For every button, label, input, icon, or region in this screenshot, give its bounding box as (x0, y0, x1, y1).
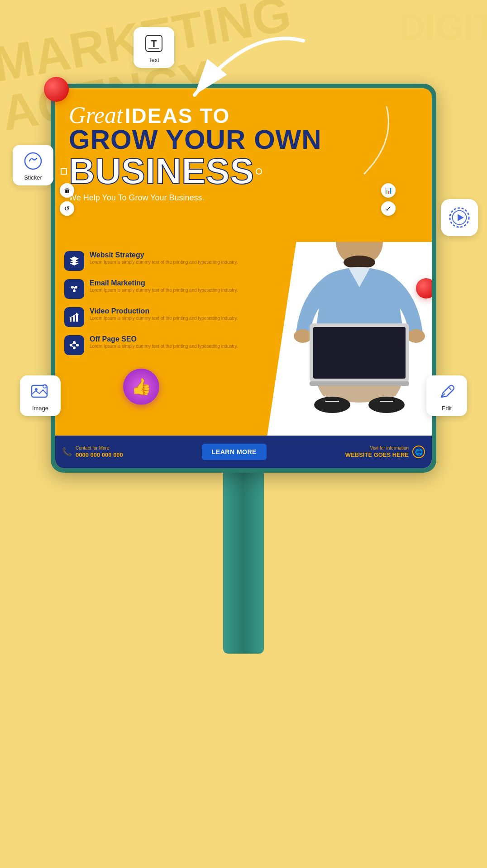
svg-point-4 (25, 153, 41, 169)
svg-rect-28 (313, 327, 406, 379)
text-tool-icon: T (143, 32, 165, 55)
service-icon-3 (64, 307, 84, 327)
svg-point-30 (314, 397, 350, 413)
billboard-bottom: Websit Strategy Lorem Ipsum is simply du… (55, 242, 432, 468)
svg-line-20 (74, 342, 77, 345)
globe-icon: 🌐 (412, 446, 425, 458)
edit-tool-button[interactable]: Edit (426, 375, 467, 416)
billboard-top-section: Great IDEAS TO GROW YOUR OWN BUSINESS (55, 88, 432, 212)
learn-more-button[interactable]: LEARN MORE (202, 444, 267, 460)
service-icon-4 (64, 335, 84, 355)
footer-website-section: Visit for information WEBSITE GOES HERE … (345, 446, 425, 459)
text-tool-button[interactable]: T Text (134, 27, 174, 68)
svg-line-21 (71, 345, 74, 348)
text-tool-label: Text (148, 57, 159, 63)
svg-point-26 (407, 329, 425, 343)
delete-ctrl[interactable]: 🗑 (60, 183, 74, 198)
footer-website-info: Visit for information WEBSITE GOES HERE (345, 446, 409, 459)
billboard-footer: 📞 Contact for More 0000 000 000 000 LEAR… (55, 436, 432, 468)
service-icon-1 (64, 251, 84, 271)
edit-controls-bottom-right: ⤢ (381, 201, 396, 216)
svg-rect-29 (310, 381, 409, 386)
headline-container: Great IDEAS TO GROW YOUR OWN BUSINESS (69, 102, 418, 203)
service-text-4: Off Page SEO Lorem Ipsum is simply dummy… (90, 335, 238, 350)
svg-point-25 (294, 329, 312, 343)
bg-text-right: DIGITAL (399, 9, 487, 45)
person-svg (264, 206, 432, 441)
red-ball-topleft (44, 77, 69, 102)
headline-business: BUSINESS (69, 153, 254, 190)
svg-point-23 (335, 213, 384, 240)
photo-column (263, 242, 432, 468)
svg-marker-43 (458, 214, 463, 221)
service-item-4: Off Page SEO Lorem Ipsum is simply dummy… (64, 335, 253, 355)
billboard-inner: Great IDEAS TO GROW YOUR OWN BUSINESS (55, 88, 432, 468)
svg-point-35 (35, 388, 38, 391)
edit-controls: 🗑 (60, 183, 74, 198)
video-tool-button[interactable] (441, 199, 478, 236)
image-tool-icon (29, 380, 52, 403)
edit-controls-bottom-left: ↺ (60, 201, 74, 216)
deco-dot-right (256, 168, 262, 175)
svg-rect-12 (73, 316, 75, 322)
service-icon-2 (64, 279, 84, 299)
service-text-1: Websit Strategy Lorem Ipsum is simply du… (90, 251, 238, 266)
subheading: We Help You To Grow Your Business. (69, 193, 418, 203)
svg-point-5 (72, 259, 76, 263)
service-text-3: Video Production Lorem Ipsum is simply d… (90, 307, 238, 322)
sticker-tool-icon (22, 150, 44, 172)
footer-contact-section: 📞 Contact for More 0000 000 000 000 (62, 446, 123, 459)
edit-tool-icon (435, 380, 458, 403)
svg-text:T: T (151, 38, 157, 49)
svg-line-40 (449, 387, 451, 390)
stats-ctrl[interactable]: 📊 (381, 183, 396, 198)
thumbs-up-sticker: 👍 (123, 369, 159, 405)
service-item-2: Email Marketing Lorem Ipsum is simply du… (64, 279, 253, 299)
billboard-wrapper: Great IDEAS TO GROW YOUR OWN BUSINESS (51, 84, 436, 654)
deco-dot-left (61, 168, 67, 175)
phone-icon: 📞 (62, 447, 72, 457)
headline-business-wrapper: BUSINESS (69, 153, 254, 190)
edit-tool-label: Edit (442, 405, 452, 412)
svg-line-19 (71, 342, 74, 345)
billboard-frame: Great IDEAS TO GROW YOUR OWN BUSINESS (51, 84, 436, 473)
image-tool-label: Image (32, 405, 48, 412)
sticker-tool-button[interactable]: Sticker (13, 145, 53, 185)
services-column: Websit Strategy Lorem Ipsum is simply du… (55, 242, 263, 468)
billboard-pole (223, 473, 264, 654)
service-item-3: Video Production Lorem Ipsum is simply d… (64, 307, 253, 327)
svg-point-31 (368, 397, 405, 413)
white-curve-deco (305, 102, 396, 183)
svg-rect-11 (70, 318, 72, 322)
sticker-tool-label: Sticker (24, 174, 42, 181)
rotate-ctrl[interactable]: ↺ (60, 201, 74, 216)
footer-contact-info: Contact for More 0000 000 000 000 (76, 446, 123, 459)
edit-controls-right: 📊 (381, 183, 396, 198)
resize-ctrl[interactable]: ⤢ (381, 201, 396, 216)
service-text-2: Email Marketing Lorem Ipsum is simply du… (90, 279, 238, 294)
service-item-1: Websit Strategy Lorem Ipsum is simply du… (64, 251, 253, 271)
video-tool-icon (448, 206, 471, 229)
image-tool-button[interactable]: Image (20, 375, 61, 416)
